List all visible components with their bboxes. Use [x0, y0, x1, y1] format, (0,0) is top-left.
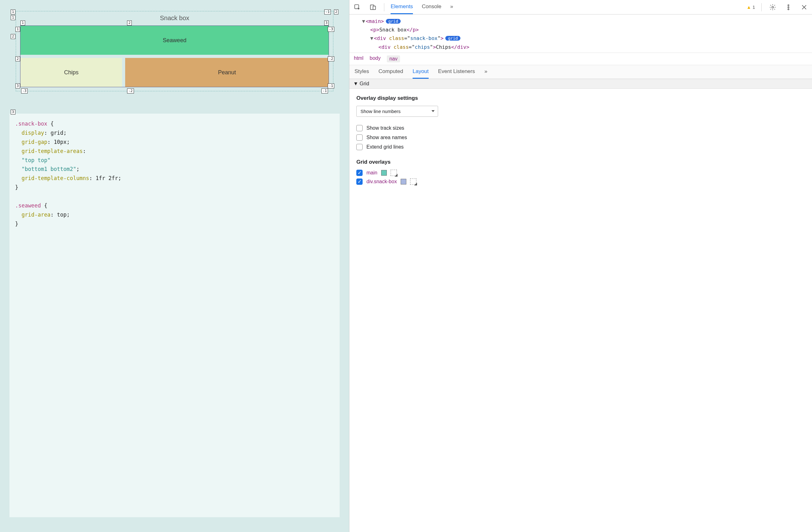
- svg-point-5: [788, 6, 789, 8]
- check-label: Show area names: [366, 135, 407, 140]
- checkbox-icon[interactable]: [356, 144, 363, 150]
- subtab-event-listeners[interactable]: Event Listeners: [438, 65, 475, 79]
- styles-pane-tabs: Styles Computed Layout Event Listeners »: [349, 65, 812, 79]
- devtools-toolbar: Elements Console » ▲ 1: [349, 0, 812, 14]
- line-number: -3: [21, 88, 28, 94]
- breadcrumb: html body nav: [349, 53, 812, 65]
- highlight-element-icon[interactable]: [391, 170, 397, 176]
- check-extend-grid-lines[interactable]: Extend grid lines: [356, 144, 805, 150]
- subtab-styles[interactable]: Styles: [354, 65, 369, 79]
- inspect-element-icon[interactable]: [352, 2, 362, 12]
- overlay-settings-title: Overlay display settings: [356, 95, 805, 101]
- line-number: 2: [15, 56, 20, 61]
- close-icon[interactable]: [799, 2, 809, 12]
- subtab-computed[interactable]: Computed: [379, 65, 403, 79]
- dom-node-p[interactable]: <p>Snack box</p>: [362, 26, 810, 34]
- tab-elements[interactable]: Elements: [391, 0, 413, 14]
- dom-text: Chips: [436, 44, 451, 50]
- overlay-snackbox: ✓ div.snack-box: [356, 179, 805, 185]
- grid-overlay-preview: 1 -1 2 1 2 3 Snack box 1 2 3 1 2 3 -3: [10, 10, 340, 98]
- line-number: -1: [321, 88, 328, 94]
- subtab-more[interactable]: »: [484, 65, 487, 79]
- line-number: -3: [328, 27, 334, 32]
- caret-down-icon[interactable]: ▼: [362, 18, 365, 24]
- line-number: 3: [11, 110, 15, 115]
- warning-icon: ▲: [746, 4, 751, 10]
- warning-count: 1: [753, 4, 755, 10]
- dom-node-snackbox[interactable]: ▼<div class="snack-box">grid: [362, 34, 810, 42]
- check-label: Show track sizes: [366, 125, 404, 131]
- device-toggle-icon[interactable]: [368, 2, 378, 12]
- preview-title: Snack box: [17, 11, 332, 26]
- check-label: Extend grid lines: [366, 144, 404, 150]
- line-number: 1: [15, 27, 20, 32]
- kebab-menu-icon[interactable]: [784, 2, 793, 12]
- line-number: 3: [15, 83, 20, 88]
- check-show-area-names[interactable]: Show area names: [356, 135, 805, 141]
- line-number: 2: [127, 20, 132, 26]
- grid-badge[interactable]: grid: [386, 19, 401, 24]
- overlay-main: ✓ main: [356, 170, 805, 176]
- svg-rect-2: [373, 6, 376, 10]
- crumb-html[interactable]: html: [354, 55, 363, 62]
- checkbox-icon[interactable]: [356, 135, 363, 141]
- dom-node-main[interactable]: ▼<main>grid: [362, 17, 810, 26]
- line-numbers-select[interactable]: Show line numbers: [356, 106, 438, 117]
- settings-icon[interactable]: [768, 2, 778, 12]
- dom-text: Snack box: [379, 27, 407, 33]
- caret-down-icon: ▼: [353, 81, 358, 86]
- warnings-indicator[interactable]: ▲ 1: [746, 4, 755, 10]
- line-number: 1: [20, 20, 25, 26]
- subtab-layout[interactable]: Layout: [412, 65, 429, 79]
- devtools-pane: Elements Console » ▲ 1 ▼<main>grid <p>Sn…: [349, 0, 812, 532]
- layout-section-grid[interactable]: ▼ Grid: [349, 79, 812, 89]
- layout-pane-body: Overlay display settings Show line numbe…: [349, 89, 812, 532]
- overlay-name[interactable]: main: [366, 170, 377, 176]
- color-swatch[interactable]: [401, 179, 406, 184]
- line-number: -2: [328, 56, 334, 61]
- svg-point-3: [772, 6, 774, 8]
- svg-point-4: [788, 4, 789, 6]
- cell-seaweed: Seaweed: [20, 26, 329, 55]
- check-show-track-sizes[interactable]: Show track sizes: [356, 125, 805, 131]
- crumb-nav[interactable]: nav: [387, 55, 400, 62]
- tab-more[interactable]: »: [450, 0, 453, 14]
- grid-overlays-title: Grid overlays: [356, 159, 805, 165]
- cell-peanut: Peanut: [125, 58, 329, 87]
- section-title: Grid: [360, 81, 369, 86]
- highlight-element-icon[interactable]: [410, 179, 416, 185]
- checkbox-icon[interactable]: ✓: [356, 179, 363, 185]
- snack-box-grid: Seaweed Chips Peanut: [20, 26, 329, 87]
- page-preview-pane: 1 -1 2 1 2 3 Snack box 1 2 3 1 2 3 -3: [0, 0, 349, 532]
- dom-node-chips[interactable]: <div class="chips">Chips</div>: [362, 43, 810, 51]
- dom-tree[interactable]: ▼<main>grid <p>Snack box</p> ▼<div class…: [349, 14, 812, 53]
- tab-console[interactable]: Console: [422, 0, 441, 14]
- dom-attr-value: chips: [415, 44, 430, 50]
- line-number: -1: [328, 83, 334, 88]
- color-swatch[interactable]: [381, 170, 387, 176]
- cell-chips: Chips: [20, 58, 122, 87]
- crumb-body[interactable]: body: [369, 55, 380, 62]
- checkbox-icon[interactable]: [356, 125, 363, 131]
- checkbox-icon[interactable]: ✓: [356, 170, 363, 176]
- css-code-block: .snack-box { display: grid; grid-gap: 10…: [10, 114, 340, 517]
- caret-down-icon[interactable]: ▼: [370, 35, 373, 41]
- overlay-name[interactable]: div.snack-box: [366, 179, 397, 184]
- line-number: 3: [324, 20, 329, 26]
- grid-badge[interactable]: grid: [445, 36, 460, 41]
- select-value: Show line numbers: [360, 109, 401, 114]
- line-number: -2: [127, 88, 134, 94]
- dom-attr-value: snack-box: [410, 35, 438, 41]
- svg-point-6: [788, 9, 789, 10]
